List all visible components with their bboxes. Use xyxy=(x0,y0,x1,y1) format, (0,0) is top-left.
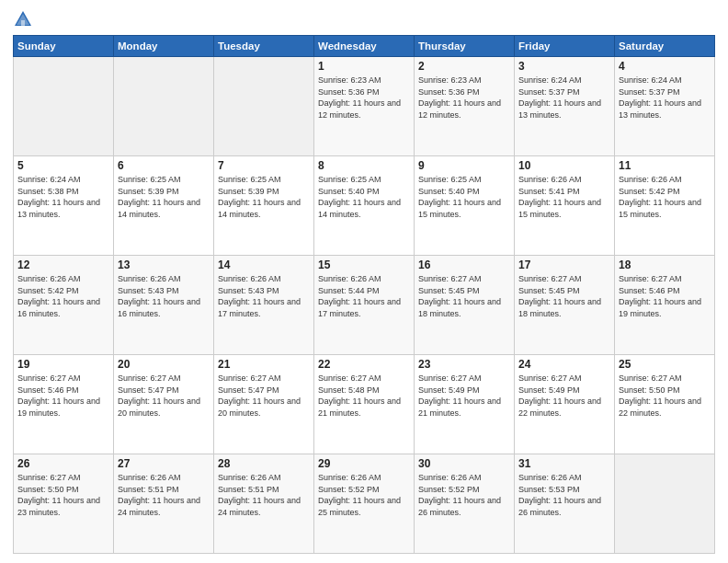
calendar-body: 1Sunrise: 6:23 AMSunset: 5:36 PMDaylight… xyxy=(14,57,715,554)
weekday-header-saturday: Saturday xyxy=(615,36,715,57)
calendar-cell xyxy=(615,454,715,554)
day-number: 20 xyxy=(118,358,210,371)
weekday-header-thursday: Thursday xyxy=(415,36,515,57)
day-number: 31 xyxy=(518,457,610,470)
day-number: 28 xyxy=(218,457,310,470)
day-detail: Sunrise: 6:27 AMSunset: 5:47 PMDaylight:… xyxy=(218,373,310,419)
day-number: 23 xyxy=(418,358,510,371)
day-number: 13 xyxy=(118,259,210,271)
day-number: 16 xyxy=(418,259,510,271)
day-detail: Sunrise: 6:24 AMSunset: 5:37 PMDaylight:… xyxy=(619,75,711,121)
calendar-header: SundayMondayTuesdayWednesdayThursdayFrid… xyxy=(14,36,715,57)
day-detail: Sunrise: 6:24 AMSunset: 5:38 PMDaylight:… xyxy=(17,174,109,220)
day-detail: Sunrise: 6:27 AMSunset: 5:50 PMDaylight:… xyxy=(619,373,711,419)
day-number: 29 xyxy=(318,457,410,470)
calendar-cell: 9Sunrise: 6:25 AMSunset: 5:40 PMDaylight… xyxy=(415,156,515,256)
day-number: 7 xyxy=(218,159,310,172)
calendar-cell: 23Sunrise: 6:27 AMSunset: 5:49 PMDayligh… xyxy=(415,355,515,454)
calendar-cell: 6Sunrise: 6:25 AMSunset: 5:39 PMDaylight… xyxy=(114,156,214,256)
day-number: 21 xyxy=(218,358,310,371)
calendar-cell: 11Sunrise: 6:26 AMSunset: 5:42 PMDayligh… xyxy=(615,156,715,256)
day-number: 9 xyxy=(418,159,510,172)
calendar-cell xyxy=(114,57,214,156)
calendar-cell: 30Sunrise: 6:26 AMSunset: 5:52 PMDayligh… xyxy=(415,454,515,554)
day-number: 25 xyxy=(619,358,711,371)
day-detail: Sunrise: 6:26 AMSunset: 5:53 PMDaylight:… xyxy=(518,472,610,518)
calendar-cell: 1Sunrise: 6:23 AMSunset: 5:36 PMDaylight… xyxy=(314,57,415,156)
day-detail: Sunrise: 6:27 AMSunset: 5:46 PMDaylight:… xyxy=(619,273,711,319)
day-detail: Sunrise: 6:25 AMSunset: 5:40 PMDaylight:… xyxy=(418,174,510,220)
calendar-cell: 16Sunrise: 6:27 AMSunset: 5:45 PMDayligh… xyxy=(415,256,515,355)
calendar-cell: 17Sunrise: 6:27 AMSunset: 5:45 PMDayligh… xyxy=(515,256,615,355)
calendar-cell: 28Sunrise: 6:26 AMSunset: 5:51 PMDayligh… xyxy=(214,454,314,554)
calendar-cell: 14Sunrise: 6:26 AMSunset: 5:43 PMDayligh… xyxy=(214,256,314,355)
day-number: 11 xyxy=(619,159,711,172)
header xyxy=(13,9,715,29)
day-detail: Sunrise: 6:27 AMSunset: 5:48 PMDaylight:… xyxy=(318,373,410,419)
calendar-cell: 29Sunrise: 6:26 AMSunset: 5:52 PMDayligh… xyxy=(314,454,415,554)
calendar-cell: 25Sunrise: 6:27 AMSunset: 5:50 PMDayligh… xyxy=(615,355,715,454)
day-detail: Sunrise: 6:24 AMSunset: 5:37 PMDaylight:… xyxy=(518,75,610,121)
calendar-cell: 26Sunrise: 6:27 AMSunset: 5:50 PMDayligh… xyxy=(14,454,114,554)
day-detail: Sunrise: 6:26 AMSunset: 5:41 PMDaylight:… xyxy=(518,174,610,220)
calendar-cell: 7Sunrise: 6:25 AMSunset: 5:39 PMDaylight… xyxy=(214,156,314,256)
day-number: 26 xyxy=(17,457,109,470)
day-number: 4 xyxy=(619,60,711,73)
day-number: 22 xyxy=(318,358,410,371)
day-detail: Sunrise: 6:25 AMSunset: 5:39 PMDaylight:… xyxy=(118,174,210,220)
day-detail: Sunrise: 6:27 AMSunset: 5:50 PMDaylight:… xyxy=(17,472,109,518)
day-detail: Sunrise: 6:27 AMSunset: 5:46 PMDaylight:… xyxy=(17,373,109,419)
weekday-header-wednesday: Wednesday xyxy=(314,36,415,57)
day-detail: Sunrise: 6:26 AMSunset: 5:43 PMDaylight:… xyxy=(118,273,210,319)
day-detail: Sunrise: 6:27 AMSunset: 5:49 PMDaylight:… xyxy=(418,373,510,419)
weekday-header-monday: Monday xyxy=(114,36,214,57)
day-detail: Sunrise: 6:26 AMSunset: 5:52 PMDaylight:… xyxy=(418,472,510,518)
calendar-cell: 4Sunrise: 6:24 AMSunset: 5:37 PMDaylight… xyxy=(615,57,715,156)
day-detail: Sunrise: 6:26 AMSunset: 5:42 PMDaylight:… xyxy=(619,174,711,220)
day-number: 2 xyxy=(418,60,510,73)
day-detail: Sunrise: 6:25 AMSunset: 5:40 PMDaylight:… xyxy=(318,174,410,220)
calendar-week-1: 1Sunrise: 6:23 AMSunset: 5:36 PMDaylight… xyxy=(14,57,715,156)
day-detail: Sunrise: 6:26 AMSunset: 5:44 PMDaylight:… xyxy=(318,273,410,319)
svg-rect-2 xyxy=(21,20,25,26)
day-number: 14 xyxy=(218,259,310,271)
calendar-cell: 20Sunrise: 6:27 AMSunset: 5:47 PMDayligh… xyxy=(114,355,214,454)
calendar-cell: 18Sunrise: 6:27 AMSunset: 5:46 PMDayligh… xyxy=(615,256,715,355)
calendar-cell: 13Sunrise: 6:26 AMSunset: 5:43 PMDayligh… xyxy=(114,256,214,355)
calendar-cell: 24Sunrise: 6:27 AMSunset: 5:49 PMDayligh… xyxy=(515,355,615,454)
day-detail: Sunrise: 6:23 AMSunset: 5:36 PMDaylight:… xyxy=(318,75,410,121)
day-detail: Sunrise: 6:27 AMSunset: 5:49 PMDaylight:… xyxy=(518,373,610,419)
calendar-cell xyxy=(214,57,314,156)
calendar-cell: 22Sunrise: 6:27 AMSunset: 5:48 PMDayligh… xyxy=(314,355,415,454)
day-detail: Sunrise: 6:27 AMSunset: 5:45 PMDaylight:… xyxy=(418,273,510,319)
day-number: 27 xyxy=(118,457,210,470)
day-detail: Sunrise: 6:26 AMSunset: 5:43 PMDaylight:… xyxy=(218,273,310,319)
day-detail: Sunrise: 6:23 AMSunset: 5:36 PMDaylight:… xyxy=(418,75,510,121)
calendar-cell: 27Sunrise: 6:26 AMSunset: 5:51 PMDayligh… xyxy=(114,454,214,554)
day-number: 5 xyxy=(17,159,109,172)
day-number: 17 xyxy=(518,259,610,271)
calendar-cell: 31Sunrise: 6:26 AMSunset: 5:53 PMDayligh… xyxy=(515,454,615,554)
weekday-header-sunday: Sunday xyxy=(14,36,114,57)
weekday-header-friday: Friday xyxy=(515,36,615,57)
calendar-cell: 15Sunrise: 6:26 AMSunset: 5:44 PMDayligh… xyxy=(314,256,415,355)
weekday-header-tuesday: Tuesday xyxy=(214,36,314,57)
day-number: 30 xyxy=(418,457,510,470)
calendar-week-4: 19Sunrise: 6:27 AMSunset: 5:46 PMDayligh… xyxy=(14,355,715,454)
day-number: 3 xyxy=(518,60,610,73)
day-number: 10 xyxy=(518,159,610,172)
day-number: 18 xyxy=(619,259,711,271)
calendar-week-5: 26Sunrise: 6:27 AMSunset: 5:50 PMDayligh… xyxy=(14,454,715,554)
day-number: 1 xyxy=(318,60,410,73)
calendar-week-3: 12Sunrise: 6:26 AMSunset: 5:42 PMDayligh… xyxy=(14,256,715,355)
page: SundayMondayTuesdayWednesdayThursdayFrid… xyxy=(0,0,728,563)
day-detail: Sunrise: 6:26 AMSunset: 5:51 PMDaylight:… xyxy=(218,472,310,518)
calendar-week-2: 5Sunrise: 6:24 AMSunset: 5:38 PMDaylight… xyxy=(14,156,715,256)
day-detail: Sunrise: 6:27 AMSunset: 5:47 PMDaylight:… xyxy=(118,373,210,419)
calendar-cell: 5Sunrise: 6:24 AMSunset: 5:38 PMDaylight… xyxy=(14,156,114,256)
logo xyxy=(13,9,37,29)
calendar-cell: 19Sunrise: 6:27 AMSunset: 5:46 PMDayligh… xyxy=(14,355,114,454)
day-number: 6 xyxy=(118,159,210,172)
calendar-cell: 3Sunrise: 6:24 AMSunset: 5:37 PMDaylight… xyxy=(515,57,615,156)
day-detail: Sunrise: 6:26 AMSunset: 5:42 PMDaylight:… xyxy=(17,273,109,319)
